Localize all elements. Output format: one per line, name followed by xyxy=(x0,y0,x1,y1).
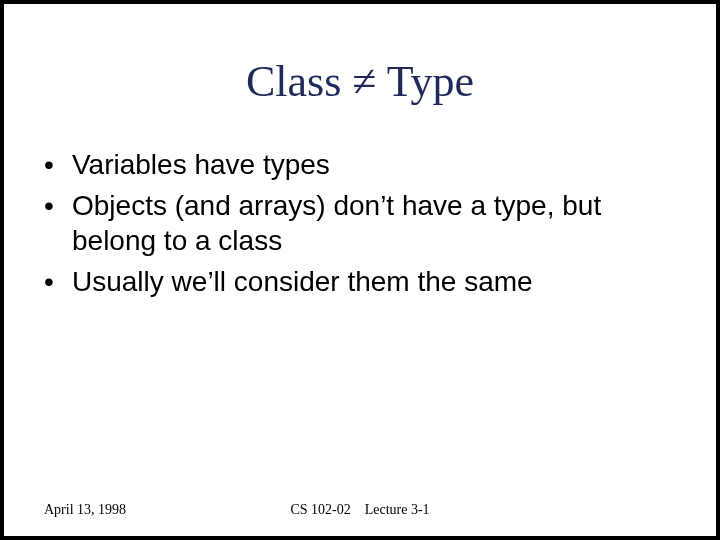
slide-title: Class ≠ Type xyxy=(4,56,716,107)
slide: Class ≠ Type Variables have types Object… xyxy=(0,0,720,540)
footer-course: CS 102-02 Lecture 3-1 xyxy=(290,502,429,518)
bullet-list: Variables have types Objects (and arrays… xyxy=(4,147,716,299)
footer-date: April 13, 1998 xyxy=(44,502,126,518)
list-item: Objects (and arrays) don’t have a type, … xyxy=(44,188,680,258)
list-item: Variables have types xyxy=(44,147,680,182)
list-item: Usually we’ll consider them the same xyxy=(44,264,680,299)
